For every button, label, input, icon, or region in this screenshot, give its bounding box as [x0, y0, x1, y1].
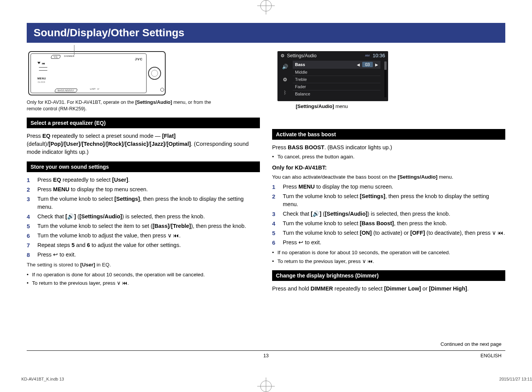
footer-rule [27, 350, 505, 351]
bass-bullet-1: If no operation is done for about 10 sec… [272, 249, 505, 256]
ss-row-bass: Bass ◀ 03 ▶ [293, 61, 380, 69]
language-label: ENGLISH [480, 353, 501, 358]
section-header-store: Store your own sound settings [27, 161, 260, 172]
continued-note: Continued on the next page [440, 341, 501, 347]
left-column: EQ DIMMER ⏮ MENU CLOCK BASS BOOST LIST ↩… [27, 51, 260, 294]
device-eq-label: EQ [50, 55, 61, 59]
device-bassboost-label: BASS BOOST [54, 89, 77, 92]
down-prev-icon: ∨ ⏮ [168, 232, 179, 239]
gear-icon: ⚙ [281, 53, 285, 58]
only-for-kd: Only for KD-AV41BT: [272, 164, 505, 172]
store-after-note: The setting is stored to [User] in EQ. [27, 261, 260, 269]
callout-line [74, 45, 74, 55]
device-clock-label: CLOCK [38, 81, 45, 83]
section-header-eq: Select a preset equalizer (EQ) [27, 118, 260, 128]
ss-row-treble: Treble [293, 76, 380, 83]
section-header-dimmer: Change the display brightness (Dimmer) [272, 270, 505, 281]
return-icon: ↩ [298, 239, 303, 245]
crop-mark-bottom [257, 377, 275, 392]
bass-bullet-2: To return to the previous layer, press ∨… [272, 258, 505, 265]
speaker-tab-icon: 🔊 [281, 62, 289, 71]
device-brand-label: JVC [135, 57, 143, 61]
triangle-down-icon [37, 62, 40, 64]
ss-caption: [Settings/Audio] menu [277, 103, 505, 109]
page-title: Sound/Display/Other Settings [27, 23, 505, 43]
store-bullet-2: To return to the previous layer, press ∨… [27, 279, 260, 287]
manual-page: Sound/Display/Other Settings EQ DIMMER ⏮… [0, 0, 532, 392]
ss-row-fader: Fader [293, 83, 380, 90]
ss-row-balance: Balance [293, 90, 380, 97]
device-list-label: LIST ↩ [90, 87, 99, 90]
ss-value: 03 [362, 62, 373, 67]
prev-track-icon: ⏮ [42, 62, 45, 65]
bass-steps: Press MENU to display the top menu scree… [272, 183, 505, 247]
page-number: 13 [263, 353, 269, 358]
down-prev-icon: ∨ ⏮ [492, 230, 503, 236]
bass-p1: Press BASS BOOST. (BASS indicator lights… [272, 144, 505, 152]
right-column: ⚙ Settings/Audio AM 10:36 🔊 ⚙ ᛒ [272, 51, 505, 294]
triangle-right-icon: ▶ [375, 63, 378, 67]
ss-row-middle: Middle [293, 69, 380, 76]
return-icon: ↩ [53, 252, 58, 258]
only-body: You can also activate/deactivate the bas… [272, 173, 505, 181]
device-note: Only for KD-AV31. For KD-AV41BT, operate… [27, 99, 214, 112]
ss-title: Settings/Audio [287, 53, 363, 58]
device-aux-button [160, 88, 164, 92]
bass-cancel-note: To cancel, press the button again. [272, 153, 505, 161]
speaker-icon: [🔊] [311, 211, 321, 217]
ss-clock: 10:36 [372, 53, 385, 58]
imposition-info-right: 2015/11/27 13:11 [499, 377, 532, 381]
device-dimmer-label: DIMMER [64, 55, 74, 57]
device-volume-knob [148, 67, 161, 80]
bluetooth-tab-icon: ᛒ [281, 88, 289, 97]
ss-scrollbar [384, 61, 387, 97]
store-bullet-1: If no operation is done for about 10 sec… [27, 271, 260, 279]
gear-tab-icon: ⚙ [281, 75, 289, 84]
dimmer-p: Press and hold DIMMER repeatedly to sele… [272, 285, 505, 293]
device-illustration: EQ DIMMER ⏮ MENU CLOCK BASS BOOST LIST ↩… [28, 51, 260, 95]
eq-description: Press EQ repeatedly to select a preset s… [27, 132, 260, 156]
store-steps: Press EQ repeatedly to select [User]. Pr… [27, 176, 260, 259]
triangle-left-icon: ◀ [357, 63, 360, 67]
speaker-icon: [🔊] [65, 213, 76, 219]
settings-audio-screenshot: ⚙ Settings/Audio AM 10:36 🔊 ⚙ ᛒ [277, 51, 388, 101]
ss-am-label: AM [365, 54, 369, 57]
imposition-info-left: KD-AV41BT_K.indb 13 [21, 377, 64, 381]
crop-mark-top [257, 0, 275, 15]
section-header-bass: Activate the bass boost [272, 129, 505, 140]
device-menu-label: MENU [37, 77, 46, 80]
